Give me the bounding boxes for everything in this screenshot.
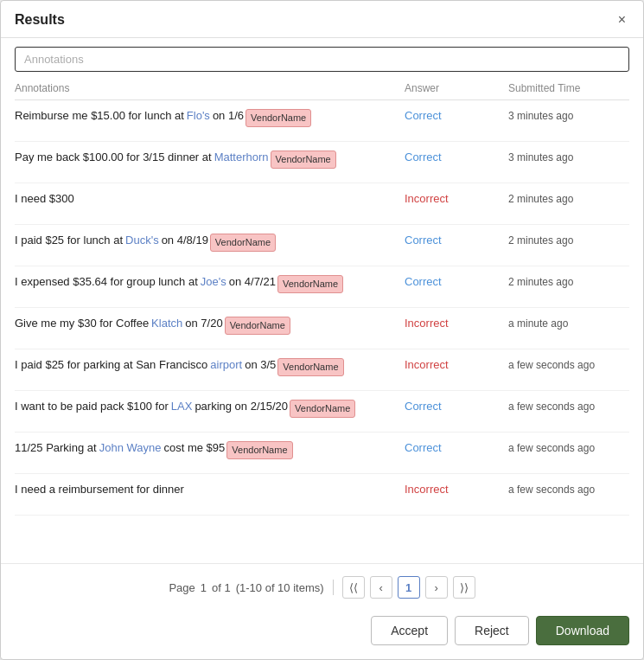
search-input[interactable]: [15, 47, 629, 72]
close-button[interactable]: ×: [615, 11, 629, 29]
vendor-tag: VendorName: [226, 441, 292, 459]
vendor-tag: VendorName: [290, 400, 355, 418]
vendor-tag: VendorName: [277, 358, 343, 376]
column-headers: Annotations Answer Submitted Time: [15, 79, 629, 100]
table-area: Annotations Answer Submitted Time Reimbu…: [1, 38, 643, 563]
annotation-cell: I expensed $35.64 for group lunch at Joe…: [15, 273, 405, 293]
time-cell: a minute ago: [508, 315, 629, 331]
annotation-cell: 11/25 Parking at John Wayne cost me $95V…: [15, 439, 405, 459]
annotation-cell: I need a reimbursement for dinner: [15, 481, 405, 498]
table-row: I expensed $35.64 for group lunch at Joe…: [15, 266, 629, 308]
annotation-cell: Give me my $30 for Coffee Klatch on 7/20…: [15, 315, 405, 335]
annotation-text: I want to be paid pack $100 for: [15, 398, 169, 415]
annotation-link: Klatch: [151, 315, 182, 332]
page-prev-button[interactable]: ‹: [370, 576, 392, 599]
time-cell: a few seconds ago: [508, 398, 629, 414]
answer-cell: Incorrect: [405, 315, 508, 330]
col-header-answer: Answer: [405, 82, 508, 94]
table-row: Pay me back $100.00 for 3/15 dinner at M…: [15, 142, 629, 183]
annotation-text: on 3/5: [245, 356, 276, 374]
answer-cell: Correct: [405, 398, 508, 413]
annotation-cell: I paid $25 for parking at San Francisco …: [15, 356, 405, 376]
annotation-cell: Reimburse me $15.00 for lunch at Flo's o…: [15, 107, 405, 127]
annotation-cell: Pay me back $100.00 for 3/15 dinner at M…: [15, 149, 405, 169]
page-separator: [333, 580, 334, 595]
action-row: Accept Reject Download: [1, 607, 643, 659]
time-cell: a few seconds ago: [508, 439, 629, 456]
annotation-link: John Wayne: [99, 439, 162, 457]
answer-cell: Incorrect: [405, 190, 508, 205]
answer-cell: Correct: [405, 232, 508, 247]
annotation-text: Give me my $30 for Coffee: [15, 315, 149, 332]
answer-cell: Incorrect: [405, 481, 508, 496]
pagination-row: Page 1 of 1 (1-10 of 10 items) ⟨⟨ ‹ 1 › …: [1, 563, 643, 607]
annotation-text: on 4/7/21: [229, 273, 276, 291]
table-row: 11/25 Parking at John Wayne cost me $95V…: [15, 433, 629, 474]
answer-cell: Correct: [405, 149, 508, 163]
answer-cell: Correct: [405, 107, 508, 122]
vendor-tag: VendorName: [210, 234, 276, 252]
time-cell: 2 minutes ago: [508, 190, 629, 207]
table-row: I paid $25 for lunch at Duck's on 4/8/19…: [15, 225, 629, 266]
annotation-text: cost me $95: [163, 439, 225, 457]
annotation-cell: I want to be paid pack $100 for LAX park…: [15, 398, 405, 418]
annotation-link: Joe's: [201, 273, 226, 291]
table-row: I paid $25 for parking at San Francisco …: [15, 349, 629, 391]
page-active-button[interactable]: 1: [398, 576, 420, 599]
annotation-text: on 1/6: [213, 107, 244, 125]
answer-cell: Correct: [405, 273, 508, 288]
vendor-tag: VendorName: [271, 151, 336, 169]
vendor-tag: VendorName: [225, 317, 290, 335]
col-header-annotations: Annotations: [15, 82, 405, 94]
page-last-button[interactable]: ⟩⟩: [453, 576, 475, 599]
annotation-text: I paid $25 for lunch at: [15, 232, 123, 249]
answer-cell: Incorrect: [405, 356, 508, 371]
annotation-link: airport: [210, 356, 242, 374]
items-info: (1-10 of 10 items): [236, 581, 324, 594]
col-header-submitted-time: Submitted Time: [508, 82, 629, 94]
time-cell: 3 minutes ago: [508, 149, 629, 165]
annotation-text: Pay me back $100.00 for 3/15 dinner at: [15, 149, 212, 166]
reject-button[interactable]: Reject: [455, 616, 529, 645]
search-row: [15, 38, 629, 79]
table-row: Reimburse me $15.00 for lunch at Flo's o…: [15, 100, 629, 142]
annotation-text: I need $300: [15, 190, 74, 208]
vendor-tag: VendorName: [277, 275, 343, 293]
of-label: of 1: [212, 581, 231, 594]
page-label: Page: [169, 581, 194, 594]
page-next-button[interactable]: ›: [425, 576, 448, 599]
answer-cell: Correct: [405, 439, 508, 454]
data-rows: Reimburse me $15.00 for lunch at Flo's o…: [15, 100, 629, 516]
annotation-text: parking on 2/15/20: [194, 398, 288, 415]
table-row: I need a reimbursement for dinnerIncorre…: [15, 474, 629, 516]
time-cell: a few seconds ago: [508, 356, 629, 373]
annotation-link: Matterhorn: [214, 149, 269, 166]
annotation-text: I paid $25 for parking at San Francisco: [15, 356, 207, 374]
current-page-display: 1: [201, 581, 207, 594]
modal-title: Results: [15, 12, 65, 28]
page-first-button[interactable]: ⟨⟨: [342, 576, 365, 599]
table-row: I want to be paid pack $100 for LAX park…: [15, 391, 629, 433]
annotation-cell: I need $300: [15, 190, 405, 208]
accept-button[interactable]: Accept: [371, 616, 448, 645]
time-cell: 2 minutes ago: [508, 232, 629, 248]
annotation-link: LAX: [171, 398, 193, 415]
annotation-text: Reimburse me $15.00 for lunch at: [15, 107, 184, 125]
time-cell: 3 minutes ago: [508, 107, 629, 124]
results-modal: Results × Annotations Answer Submitted T…: [0, 0, 644, 660]
time-cell: 2 minutes ago: [508, 273, 629, 290]
annotation-text: on 7/20: [185, 315, 222, 332]
annotation-text: I expensed $35.64 for group lunch at: [15, 273, 198, 291]
table-row: Give me my $30 for Coffee Klatch on 7/20…: [15, 308, 629, 349]
annotation-link: Duck's: [125, 232, 159, 249]
download-button[interactable]: Download: [536, 616, 629, 645]
annotation-text: 11/25 Parking at: [15, 439, 97, 457]
annotation-link: Flo's: [187, 107, 210, 125]
annotation-text: I need a reimbursement for dinner: [15, 481, 184, 498]
time-cell: a few seconds ago: [508, 481, 629, 497]
modal-header: Results ×: [1, 1, 643, 38]
vendor-tag: VendorName: [245, 109, 311, 127]
table-row: I need $300Incorrect2 minutes ago: [15, 183, 629, 225]
annotation-text: on 4/8/19: [162, 232, 208, 249]
annotation-cell: I paid $25 for lunch at Duck's on 4/8/19…: [15, 232, 405, 252]
